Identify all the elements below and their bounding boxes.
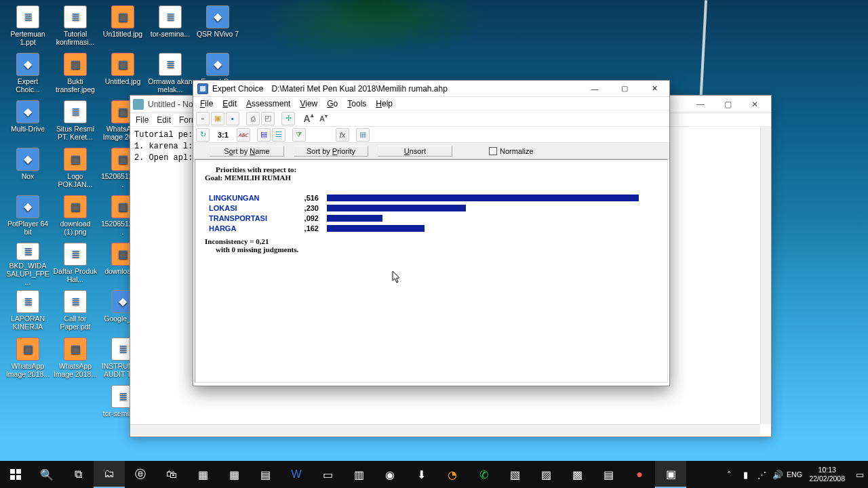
sort-by-priority-button[interactable]: Sort by Priority: [294, 146, 368, 157]
start-button[interactable]: [0, 461, 31, 488]
app-icon-1[interactable]: ▦: [187, 461, 218, 488]
spss-icon[interactable]: ▤: [250, 461, 281, 488]
missing-judgments-label: with 0 missing judgments.: [216, 245, 658, 253]
desktop-icon[interactable]: ≣Call for Paper.pdf: [52, 289, 99, 333]
notepad-taskbar-icon[interactable]: ▭: [312, 461, 343, 488]
normalize-checkbox[interactable]: Normalize: [489, 147, 534, 155]
expert-choice-window[interactable]: Expert Choice D:\Materi Met Pen Kual 201…: [193, 80, 670, 386]
recorder-icon[interactable]: ●: [624, 461, 655, 488]
menu-go[interactable]: Go: [323, 98, 342, 109]
clock[interactable]: 10:13 22/02/2008: [802, 466, 852, 483]
tree-icon[interactable]: ✢: [281, 112, 295, 125]
maximize-button[interactable]: ▢: [610, 81, 639, 97]
bars-icon[interactable]: ☰: [272, 128, 285, 142]
idm-icon[interactable]: ⬇: [406, 461, 437, 488]
desktop-icon[interactable]: ▧WhatsApp Image 2018...: [52, 336, 99, 381]
menu-help[interactable]: Help: [372, 98, 397, 109]
desktop-icon[interactable]: ≣LAPORAN KINERJA: [4, 289, 52, 333]
criterion-name: LINGKUNGAN: [205, 192, 293, 203]
menu-file[interactable]: File: [136, 115, 149, 125]
blender-icon[interactable]: ◔: [437, 461, 468, 488]
save-icon[interactable]: ▪: [226, 112, 239, 125]
desktop-icon-label: Expert Choic...: [5, 77, 50, 94]
menu-tools[interactable]: Tools: [343, 98, 370, 109]
desktop-icon[interactable]: ◆Nox: [4, 146, 52, 191]
desktop-icon[interactable]: ≣BKD_WIDA SALUPI_FPE...: [4, 241, 52, 286]
desktop-icon[interactable]: ≣Tutorial konfirmasi...: [52, 4, 99, 49]
desktop-icon[interactable]: ▧Untitled.jpg: [99, 52, 146, 96]
menu-edit[interactable]: Edit: [157, 115, 171, 125]
minimize-button[interactable]: —: [687, 97, 714, 112]
ec-toolbar-2[interactable]: ↻ 3:1 ᴀʙᴄ ▤ ☰ ⧩ fx ▦: [193, 127, 669, 143]
desktop-icon[interactable]: ≣Daftar Produk Hal...: [52, 241, 99, 286]
desktop-icon[interactable]: ◆Expert Choic...: [4, 52, 52, 96]
app-icon-4[interactable]: ▧: [499, 461, 530, 488]
font-decrease-icon[interactable]: A▾: [317, 112, 330, 125]
ec-toolbar-1[interactable]: ▫ ▣ ▪ ⎙ ◰ ✢ A▴ A▾: [193, 110, 669, 127]
print-icon[interactable]: ⎙: [246, 112, 260, 125]
scrollbar-vertical[interactable]: [760, 127, 771, 424]
volume-icon[interactable]: 🔊: [770, 470, 786, 480]
new-icon[interactable]: ▫: [196, 112, 210, 125]
whatsapp-icon[interactable]: ✆: [468, 461, 499, 488]
desktop-icon[interactable]: ≣Pertemuan 1.ppt: [4, 4, 52, 49]
expert-choice-taskbar-icon[interactable]: ▣: [655, 461, 686, 488]
font-increase-icon[interactable]: A▴: [302, 112, 315, 125]
bars-blue-icon[interactable]: ▤: [257, 128, 271, 142]
language-indicator[interactable]: ENG: [786, 470, 802, 479]
grid-icon[interactable]: ▦: [356, 128, 370, 142]
tray-chevron-icon[interactable]: ˄: [721, 470, 737, 480]
menu-edit[interactable]: Edit: [218, 98, 241, 109]
print-preview-icon[interactable]: ◰: [261, 112, 275, 125]
file-explorer-icon[interactable]: 🗂: [94, 461, 125, 488]
desktop-icon[interactable]: ▧download (1).png: [52, 194, 99, 239]
ec-menubar[interactable]: File Edit Assessment View Go Tools Help: [193, 97, 669, 110]
ec-app-name: Expert Choice: [212, 84, 263, 94]
desktop-icon[interactable]: ≣Ormawa akan melak...: [146, 52, 194, 96]
desktop-icon[interactable]: ◆QSR NVivo 7: [194, 4, 241, 49]
app-icon-7[interactable]: ▤: [593, 461, 624, 488]
ec-titlebar[interactable]: Expert Choice D:\Materi Met Pen Kual 201…: [193, 81, 669, 97]
taskbar[interactable]: 🔍 ⧉ 🗂 ⓔ 🛍 ▦ ▦ ▤ W ▭ ▥ ◉ ⬇ ◔ ✆ ▧ ▨ ▩ ▤ ● …: [0, 461, 868, 488]
app-icon-2[interactable]: ▦: [218, 461, 250, 488]
action-center-icon[interactable]: ▭: [852, 470, 868, 480]
open-icon[interactable]: ▣: [211, 112, 224, 125]
maximize-button[interactable]: ▢: [714, 97, 741, 112]
desktop-icon[interactable]: ≣Situs Resmi PT. Keret...: [52, 99, 99, 144]
desktop-icon[interactable]: ▧Logo POKJAN...: [52, 146, 99, 191]
wifi-icon[interactable]: ⋰: [753, 470, 770, 480]
app-icon-6[interactable]: ▩: [561, 461, 593, 488]
close-button[interactable]: ✕: [741, 97, 768, 112]
sort-by-name-button[interactable]: Sort by Name: [210, 146, 284, 157]
app-icon-5[interactable]: ▨: [530, 461, 561, 488]
task-view-icon[interactable]: ⧉: [62, 461, 94, 488]
checkbox-icon[interactable]: [489, 147, 497, 155]
menu-file[interactable]: File: [196, 98, 217, 109]
fx-icon[interactable]: fx: [336, 128, 349, 142]
recalc-icon[interactable]: ↻: [196, 128, 210, 142]
battery-icon[interactable]: ▮: [737, 470, 753, 480]
scrollbar-horizontal[interactable]: [130, 424, 760, 435]
abc-icon[interactable]: ᴀʙᴄ: [237, 128, 250, 142]
desktop-icon[interactable]: ◆PotPlayer 64 bit: [4, 194, 52, 239]
edge-icon[interactable]: ⓔ: [125, 461, 156, 488]
close-button[interactable]: ✕: [639, 81, 669, 97]
desktop-icon[interactable]: ▧WhatsApp Image 2018...: [4, 336, 52, 381]
menu-assessment[interactable]: Assessment: [242, 98, 294, 109]
store-icon[interactable]: 🛍: [156, 461, 187, 488]
desktop-icon[interactable]: ≣tor-semina...: [146, 4, 194, 49]
system-tray[interactable]: ˄ ▮ ⋰ 🔊 ENG 10:13 22/02/2008 ▭: [721, 461, 868, 488]
funnel-icon[interactable]: ⧩: [292, 128, 306, 142]
app-icon-3[interactable]: ▥: [343, 461, 374, 488]
unsort-button[interactable]: Unsort: [378, 146, 452, 157]
menu-view[interactable]: View: [296, 98, 321, 109]
desktop-icon[interactable]: ▧Bukti transfer.jpeg: [52, 52, 99, 96]
desktop-icon[interactable]: ◆Multi-Drive: [4, 99, 52, 144]
minimize-button[interactable]: —: [580, 81, 610, 97]
word-icon[interactable]: W: [281, 461, 312, 488]
chrome-icon[interactable]: ◉: [374, 461, 406, 488]
desktop-icon[interactable]: ▧Un1titled.jpg: [99, 4, 146, 49]
ec-sortbar[interactable]: Sort by Name Sort by Priority Unsort Nor…: [193, 143, 669, 159]
search-icon[interactable]: 🔍: [31, 461, 62, 488]
desktop[interactable]: ≣Pertemuan 1.ppt◆Expert Choic...◆Multi-D…: [0, 0, 868, 488]
